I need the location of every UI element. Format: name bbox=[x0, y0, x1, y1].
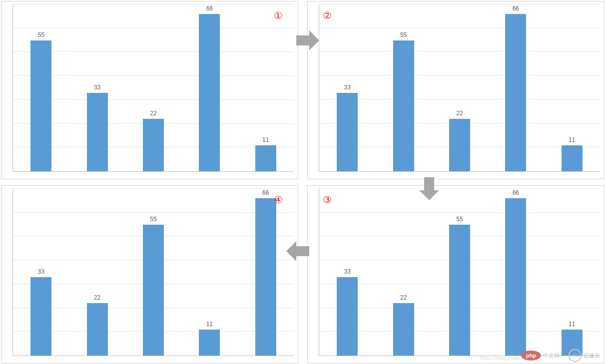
step-badge: ① bbox=[274, 10, 283, 20]
bar-group: 66 bbox=[238, 189, 294, 356]
bar-value-label: 55 bbox=[456, 216, 463, 223]
bar-value-label: 22 bbox=[400, 294, 407, 301]
bar-value-label: 33 bbox=[344, 84, 351, 91]
bar-group: 11 bbox=[181, 189, 237, 356]
bar: 22 bbox=[393, 303, 414, 356]
bar: 33 bbox=[30, 277, 51, 356]
plot-area: 3322551166 bbox=[12, 189, 294, 356]
bar-group: 22 bbox=[375, 189, 431, 356]
plot-area: 3322556611 bbox=[319, 189, 600, 356]
bars: 3322551166 bbox=[13, 189, 294, 356]
bars: 3322556611 bbox=[319, 189, 600, 356]
bar-group: 66 bbox=[181, 4, 237, 171]
bar-group: 11 bbox=[544, 4, 600, 171]
bar-value-label: 22 bbox=[456, 110, 463, 117]
bars: 3355226611 bbox=[319, 4, 600, 171]
bar: 22 bbox=[449, 119, 470, 171]
bar: 11 bbox=[562, 145, 583, 171]
step-badge: ② bbox=[323, 10, 332, 20]
bar: 11 bbox=[255, 145, 276, 171]
bar: 66 bbox=[505, 198, 526, 356]
bar-value-label: 33 bbox=[94, 84, 100, 91]
bar: 55 bbox=[143, 225, 164, 356]
bar-group: 33 bbox=[13, 189, 69, 356]
bar-group: 33 bbox=[319, 189, 375, 356]
bars: 5533226611 bbox=[13, 4, 294, 171]
bar-value-label: 66 bbox=[513, 189, 519, 196]
chart-panel-step-3: 3322556611③ bbox=[307, 185, 605, 364]
bar-group: 55 bbox=[125, 189, 181, 356]
bar-group: 33 bbox=[69, 4, 125, 171]
arrow-down-icon bbox=[419, 177, 439, 200]
bar: 33 bbox=[87, 93, 108, 171]
bar-group: 11 bbox=[238, 4, 294, 171]
bar: 55 bbox=[449, 225, 470, 356]
bar: 55 bbox=[393, 40, 414, 171]
bar: 22 bbox=[143, 119, 164, 171]
plot-area: 5533226611 bbox=[12, 4, 294, 172]
bar-group: 55 bbox=[13, 4, 69, 171]
bar-value-label: 55 bbox=[38, 31, 44, 38]
bar-group: 55 bbox=[432, 189, 488, 356]
bar-group: 66 bbox=[488, 4, 544, 171]
bar-group: 22 bbox=[69, 189, 125, 356]
bar-value-label: 55 bbox=[150, 216, 156, 223]
bar: 66 bbox=[199, 14, 220, 171]
arrow-right-icon bbox=[296, 30, 319, 50]
bar-value-label: 22 bbox=[94, 294, 100, 301]
bar: 66 bbox=[505, 14, 526, 171]
bar-value-label: 55 bbox=[400, 31, 407, 38]
bar-value-label: 66 bbox=[262, 189, 269, 196]
chart-panel-step-2: 3355226611② bbox=[307, 1, 605, 179]
bar-value-label: 33 bbox=[344, 268, 351, 275]
chart-panel-step-4: 3322551166④ bbox=[1, 185, 298, 364]
bar: 55 bbox=[30, 40, 51, 171]
chart-panel-step-1: 5533226611① bbox=[1, 1, 298, 179]
bar-value-label: 11 bbox=[206, 321, 213, 328]
bar: 33 bbox=[337, 93, 358, 171]
step-badge: ③ bbox=[323, 195, 332, 205]
bar: 11 bbox=[562, 330, 583, 356]
bar-group: 11 bbox=[544, 189, 600, 356]
bar-value-label: 33 bbox=[38, 268, 44, 275]
bar: 11 bbox=[199, 330, 220, 356]
bar: 22 bbox=[87, 303, 108, 356]
arrow-left-icon bbox=[286, 241, 309, 261]
bar-group: 22 bbox=[432, 4, 488, 171]
step-badge: ④ bbox=[274, 195, 283, 205]
bar-group: 33 bbox=[319, 4, 375, 171]
bar-value-label: 66 bbox=[513, 5, 519, 12]
bar-group: 55 bbox=[375, 4, 431, 171]
bar-value-label: 11 bbox=[569, 321, 575, 328]
plot-area: 3355226611 bbox=[319, 4, 600, 172]
bar-value-label: 22 bbox=[150, 110, 156, 117]
bar-value-label: 11 bbox=[262, 136, 269, 143]
bar: 66 bbox=[255, 198, 276, 356]
bar-value-label: 66 bbox=[206, 5, 213, 12]
bar: 33 bbox=[337, 277, 358, 356]
bar-value-label: 11 bbox=[569, 136, 575, 143]
bar-group: 66 bbox=[488, 189, 544, 356]
bar-group: 22 bbox=[125, 4, 181, 171]
